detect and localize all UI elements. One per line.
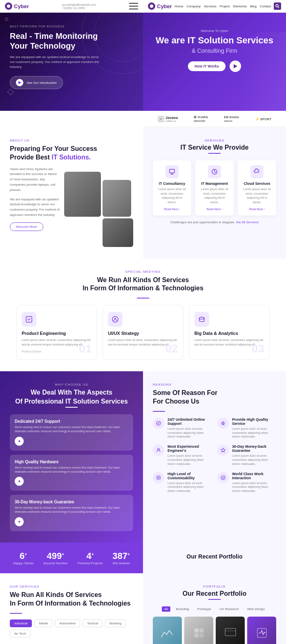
portfolio-item-2-inner: [216, 617, 245, 644]
nav-project[interactable]: Project: [220, 4, 230, 8]
decorative-x: [7, 89, 14, 96]
intro-btn-label: See Our Introduction: [27, 81, 57, 85]
service-link-0[interactable]: Read More ›: [158, 208, 186, 211]
deal-title-1: We Deal With The Aspects: [10, 389, 133, 396]
hero-right: Welcome To Cyber We are IT Solution Serv…: [143, 13, 286, 111]
choose-item-3: 30-Day Money-back Guarantee Lorem ipsum …: [217, 444, 276, 466]
svg-rect-20: [225, 628, 236, 636]
deal-arrow-2[interactable]: [15, 517, 24, 526]
choose-item-title-5: World Class Work Interaction: [232, 472, 276, 480]
tab-media[interactable]: Media: [34, 619, 52, 627]
filter-all[interactable]: All: [162, 606, 170, 612]
nav-company[interactable]: Company: [187, 4, 201, 8]
nav-contact[interactable]: Contact: [260, 4, 271, 8]
filter-ux[interactable]: UX Research: [217, 606, 241, 612]
choose-item-2: Most Experienced Engineer's Lorem ipsum …: [153, 444, 212, 466]
stat-awards: 387+ Win Awards: [112, 551, 130, 565]
card-number-2: 03: [252, 343, 264, 355]
tab-industrial[interactable]: Industrial: [10, 619, 32, 627]
services-tabs-section: Our Services We Run All Kinds Of Service…: [0, 573, 143, 644]
choose-item-1: Provide High Quality Service Lorem ipsum…: [217, 417, 276, 439]
hero-welcome: Welcome To Cyber: [153, 29, 276, 33]
service-name-1: IT Management: [200, 182, 229, 186]
search-icon[interactable]: [274, 2, 281, 10]
deal-card-title-2: 30-Day Money-back Guarantee: [15, 500, 128, 504]
filter-branding[interactable]: Branding: [174, 606, 192, 612]
we-run-title-2: In Form Of Information & Technologies: [83, 285, 203, 292]
svg-rect-19: [199, 633, 203, 637]
intro-button[interactable]: See Our Introduction: [10, 76, 63, 89]
choose-title-2: For Choose Us: [153, 398, 199, 405]
about-text1: Vision and Onno Systems are devoted to t…: [10, 167, 60, 193]
about-title-line2: Provide Best: [10, 154, 50, 161]
brand-sport: ⚡ SPORT: [255, 117, 272, 121]
tab-booking[interactable]: Booking: [105, 619, 126, 627]
choose-item-title-3: 30-Day Money-back Guarantee: [232, 444, 276, 453]
deal-card-moneyback: 30-Day Money-back Guarantee We're workin…: [10, 495, 133, 531]
tab-airtech[interactable]: Air Tech: [10, 630, 31, 637]
filter-web[interactable]: Web Design: [245, 606, 267, 612]
service-link-2[interactable]: Read More ›: [243, 208, 271, 211]
we-run-section: Special Meeting We Run All Kinds Of Serv…: [0, 258, 286, 372]
deal-card-text-2: We're working hard to ensure our custome…: [15, 506, 128, 514]
choose-title: Some Of Reason For For Choose Us: [153, 389, 276, 406]
hero-overlay: [72, 13, 143, 111]
svg-point-9: [112, 316, 118, 322]
logo-text-right: Cyber: [157, 3, 172, 9]
uiux-icon: [108, 312, 123, 327]
filter-prototype[interactable]: Prototype: [195, 606, 214, 612]
nav-blog[interactable]: Blog: [250, 4, 257, 8]
brands-row: ☕ Javanacoffee co ⊞ ICARAINDOORS EB Emil…: [143, 111, 286, 127]
service-link-1[interactable]: Read More ›: [200, 208, 229, 211]
choose-item-title-4: High Level of Customizability: [168, 472, 212, 480]
deal-section: Why Choose Us We Deal With The Aspects O…: [0, 371, 143, 543]
how-it-works-button[interactable]: How IT Works: [188, 61, 225, 71]
stats-left: 6+ Happy Clients 499+ Account Number 4+ …: [0, 543, 143, 573]
portfolio-right-underline: [208, 599, 221, 600]
nav-elements[interactable]: Elements: [233, 4, 247, 8]
svg-rect-4: [170, 169, 174, 173]
deal-underline: [65, 407, 78, 408]
tab-automotive[interactable]: Automotive: [55, 619, 80, 627]
services-eyebrow: Services: [153, 139, 276, 142]
nav-services[interactable]: Services: [204, 4, 217, 8]
see-all-services-link[interactable]: We All Services: [236, 220, 259, 224]
service-desc-1: Lorem ipsum dolor sit amet, consectetur …: [200, 187, 229, 204]
choose-item-5: World Class Work Interaction Lorem ipsum…: [217, 472, 276, 493]
card-number-1: 02: [165, 343, 178, 355]
choose-item-0: 24/7 Unlimited Online Support Lorem ipsu…: [153, 417, 212, 439]
hamburger-menu[interactable]: [129, 3, 138, 9]
we-run-underline: [137, 298, 149, 298]
portfolio-title-right: Our Recent Portfolio: [151, 553, 278, 560]
service-card-management: IT Management Lorem ipsum dolor sit amet…: [195, 160, 234, 215]
svg-point-10: [199, 317, 204, 319]
deal-card-support: Dedicated 24/7 Support We're working har…: [10, 414, 133, 451]
brand-emilie: EB EmilieAldrich: [224, 115, 239, 123]
logo-right: Cyber: [148, 2, 172, 10]
deal-arrow-1[interactable]: [15, 477, 24, 486]
service-name-2: Cloud Services: [243, 182, 271, 186]
portfolio-item-1[interactable]: [184, 617, 213, 644]
stat-num-3: 387+: [112, 551, 130, 561]
tab-tactical[interactable]: Tactical: [83, 619, 103, 627]
portfolio-right-eyebrow: Portfolio: [153, 585, 276, 588]
tabs-row: Industrial Media Automotive Tactical Boo…: [10, 619, 133, 637]
about-title: Preparing For Your Success Provide Best …: [10, 145, 133, 162]
choose-item-title-1: Provide High Quality Service: [232, 417, 276, 426]
nav-home[interactable]: Home: [174, 4, 183, 8]
tabs-title-2: In Form Of Information & Technologies: [10, 600, 131, 607]
portfolio-item-3[interactable]: [247, 617, 276, 644]
deal-arrow-0[interactable]: [15, 437, 24, 446]
discover-more-button[interactable]: Discover More: [10, 222, 43, 231]
portfolio-item-0[interactable]: [153, 617, 182, 644]
service-card-consultancy: IT Consultancy Lorem ipsum dolor sit ame…: [153, 160, 191, 215]
about-title-highlight: IT Solutions.: [51, 154, 91, 161]
svg-rect-16: [194, 628, 199, 633]
portfolio-item-2[interactable]: [216, 617, 245, 644]
logo-icon-right: [148, 2, 155, 10]
card-title-1: UI/UX Strategy: [108, 331, 178, 336]
stat-label-1: Account Number: [43, 561, 68, 565]
deal-card-text-0: We're working hard to ensure our custome…: [15, 425, 128, 433]
services-tabs-title: We Run All Kinds Of Services In Form Of …: [10, 591, 133, 608]
play-icon: [16, 79, 23, 86]
